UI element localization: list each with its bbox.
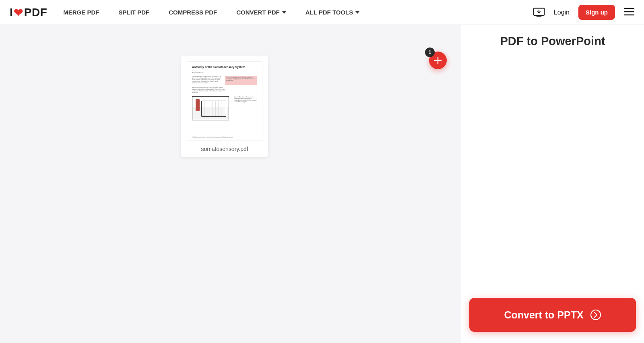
brand-logo[interactable]: I ❤ PDF xyxy=(10,6,47,19)
login-link[interactable]: Login xyxy=(554,9,570,16)
header-actions: Login Sign up xyxy=(533,5,634,20)
thumbnail-text-left: The somatosensory system consists of rec… xyxy=(192,76,223,85)
chevron-down-icon xyxy=(282,11,286,14)
brand-pdf: PDF xyxy=(24,6,47,19)
thumbnail-subtext: From Wikibooks xyxy=(192,72,257,74)
file-thumbnail: Anatomy of the Somatosensory System From… xyxy=(187,61,262,141)
convert-button[interactable]: Convert to PPTX xyxy=(469,298,636,332)
chevron-down-icon xyxy=(355,11,359,14)
convert-button-label: Convert to PPTX xyxy=(504,309,583,321)
thumbnail-caption: Figure 1: Receptors in the human skin. M… xyxy=(234,96,258,103)
signup-button[interactable]: Sign up xyxy=(578,5,615,20)
sidebar-body xyxy=(461,57,644,298)
desktop-download-icon[interactable] xyxy=(533,7,545,18)
thumbnail-text2: Afferent neurons transmit signals from p… xyxy=(192,87,226,94)
workspace[interactable]: Anatomy of the Somatosensory System From… xyxy=(0,25,461,343)
nav-split-label: SPLIT PDF xyxy=(118,9,149,16)
header: I ❤ PDF MERGE PDF SPLIT PDF COMPRESS PDF… xyxy=(0,0,644,25)
main-content: Anatomy of the Somatosensory System From… xyxy=(0,25,644,343)
options-sidebar: PDF to PowerPoint Convert to PPTX xyxy=(461,25,644,343)
file-name-label: somatosensory.pdf xyxy=(187,146,262,152)
nav-split[interactable]: SPLIT PDF xyxy=(118,9,149,16)
file-card[interactable]: Anatomy of the Somatosensory System From… xyxy=(181,56,268,157)
thumbnail-footer: The following description is based on le… xyxy=(192,136,257,138)
heart-icon: ❤ xyxy=(14,6,23,19)
nav-all-tools[interactable]: ALL PDF TOOLS xyxy=(305,9,360,16)
nav-convert[interactable]: CONVERT PDF xyxy=(236,9,286,16)
svg-point-7 xyxy=(591,310,601,320)
arrow-right-circle-icon xyxy=(590,309,601,320)
thumbnail-highlight: This is a sample document to illustrate … xyxy=(225,76,257,85)
main-nav: MERGE PDF SPLIT PDF COMPRESS PDF CONVERT… xyxy=(63,9,359,16)
add-file-button[interactable]: 1 xyxy=(429,52,447,69)
nav-merge-label: MERGE PDF xyxy=(63,9,99,16)
thumbnail-title: Anatomy of the Somatosensory System xyxy=(192,66,257,68)
nav-compress-label: COMPRESS PDF xyxy=(169,9,217,16)
nav-compress[interactable]: COMPRESS PDF xyxy=(169,9,217,16)
sidebar-title: PDF to PowerPoint xyxy=(461,25,644,57)
hamburger-menu-icon[interactable] xyxy=(624,8,634,17)
file-count-badge: 1 xyxy=(425,48,435,57)
nav-all-label: ALL PDF TOOLS xyxy=(305,9,353,16)
thumbnail-diagram xyxy=(192,96,229,120)
plus-icon xyxy=(434,56,442,64)
brand-i: I xyxy=(10,6,13,19)
nav-convert-label: CONVERT PDF xyxy=(236,9,280,16)
nav-merge[interactable]: MERGE PDF xyxy=(63,9,99,16)
